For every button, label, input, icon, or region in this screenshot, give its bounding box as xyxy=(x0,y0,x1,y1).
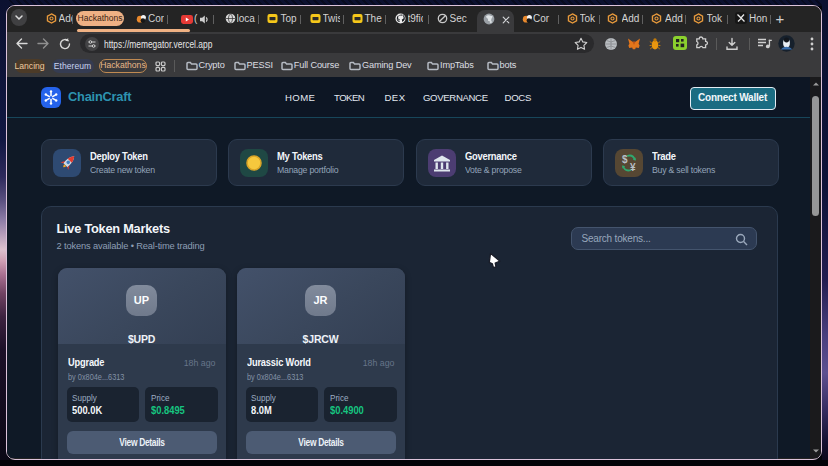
svg-text:¥: ¥ xyxy=(630,162,636,173)
